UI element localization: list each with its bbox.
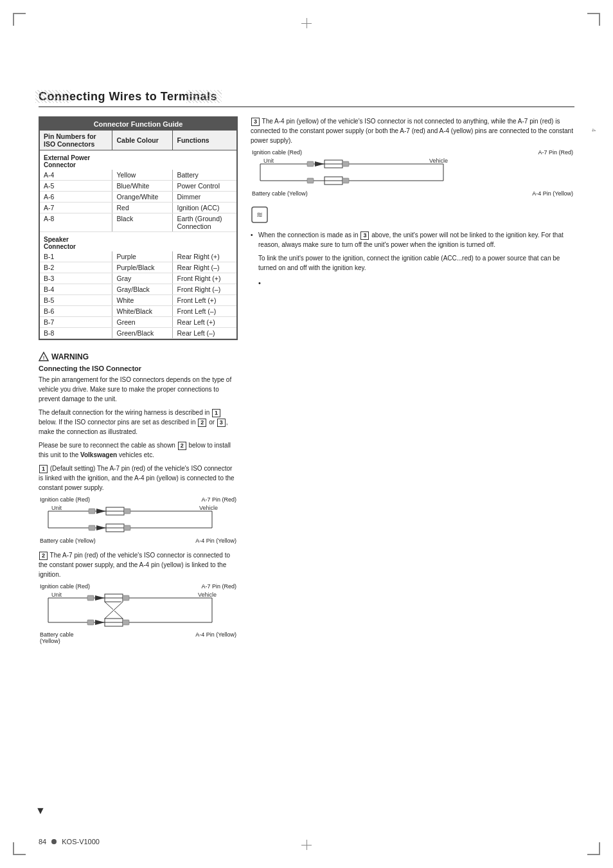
table-row: B-6White/BlackFront Left (–) (40, 306, 236, 317)
svg-rect-19 (87, 595, 94, 601)
section-heading: Connecting Wires to Terminals (39, 90, 574, 107)
bullet-dot: • (251, 279, 574, 287)
svg-rect-29 (87, 620, 94, 625)
bottom-arrow: ▼ (35, 805, 46, 817)
warning-para-2: The default connection for the wiring ha… (39, 408, 238, 437)
crosshair-top (301, 18, 312, 28)
diagram3-item: 3 The A-4 pin (yellow) of the vehicle's … (251, 116, 574, 197)
table-row: B-7GreenRear Left (+) (40, 317, 236, 328)
crosshair-bottom (301, 840, 312, 850)
svg-rect-6 (124, 509, 130, 514)
connector-table: Pin Numbers forISO Connectors Cable Colo… (40, 131, 236, 339)
diagram1-top-labels: Ignition cable (Red) A-7 Pin (Red) (39, 496, 238, 503)
connector-table-wrapper: Connector Function Guide Pin Numbers for… (39, 116, 238, 340)
note-text-2: To link the unit's power to the ignition… (251, 253, 574, 273)
diagram1-text: 1 (Default setting) The A-7 pin (red) of… (39, 464, 238, 493)
svg-text:!: ! (43, 355, 45, 361)
diagram3-bottom-labels: Battery cable (Yellow) A-4 Pin (Yellow) (251, 190, 574, 197)
product-name: KOS-V1000 (62, 838, 100, 845)
table-row: B-4Gray/BlackFront Right (–) (40, 284, 236, 295)
diagram2-bottom-labels: Battery cable(Yellow) A-4 Pin (Yellow) (39, 631, 238, 644)
diagram1-bottom-labels: Battery cable (Yellow) A-4 Pin (Yellow) (39, 538, 238, 544)
warning-title: ! WARNING (39, 352, 238, 362)
table-row: A-4YellowBattery (40, 170, 236, 181)
corner-mark-tr (587, 13, 600, 26)
content-area: Connector Function Guide Pin Numbers for… (39, 116, 574, 651)
diagram2-container: Ignition cable (Red) A-7 Pin (Red) Unit … (39, 583, 238, 644)
svg-rect-13 (124, 525, 130, 530)
page: 4 Connecting Wires to Terminals Connecto… (0, 0, 613, 868)
diagram2-item: 2 The A-7 pin (red) of the vehicle's ISO… (39, 550, 238, 644)
svg-text:Vehicle: Vehicle (429, 158, 448, 164)
footer-dot (51, 839, 57, 844)
svg-rect-20 (123, 595, 129, 601)
note-bullet-1: When the connection is made as in 3 abov… (251, 230, 574, 249)
table-row: B-2Purple/BlackRear Right (–) (40, 262, 236, 273)
diagram1-svg: Unit Vehicle (39, 503, 222, 536)
svg-rect-37 (342, 161, 349, 167)
table-row: B-1PurpleRear Right (+) (40, 251, 236, 262)
diagram3-svg: Unit Vehicle (251, 156, 456, 188)
hatch-decoration-right (186, 90, 222, 103)
svg-text:Unit: Unit (263, 158, 274, 164)
svg-text:Unit: Unit (51, 592, 62, 598)
page-side-indicator: 4 (591, 129, 597, 132)
svg-marker-27 (95, 620, 105, 625)
warning-label: WARNING (51, 352, 89, 361)
svg-text:Unit: Unit (51, 505, 62, 511)
svg-rect-43 (342, 178, 349, 183)
svg-text:Vehicle: Vehicle (198, 592, 217, 598)
svg-text:Vehicle: Vehicle (199, 505, 218, 511)
corner-mark-bl (13, 842, 26, 855)
left-column: Connector Function Guide Pin Numbers for… (39, 116, 238, 651)
svg-marker-10 (96, 525, 106, 530)
table-row: B-3GrayFront Right (+) (40, 273, 236, 284)
diagram3-container: Ignition cable (Red) A-7 Pin (Red) Unit … (251, 149, 574, 197)
warning-para-3: Please be sure to reconnect the cable as… (39, 440, 238, 460)
note-bullet-list: When the connection is made as in 3 abov… (251, 230, 574, 249)
hatch-decoration-left (35, 90, 71, 103)
svg-rect-36 (307, 161, 314, 167)
col-header-pin: Pin Numbers forISO Connectors (40, 131, 112, 150)
speaker-icon: ≋ (251, 206, 269, 224)
table-row: A-7RedIgnition (ACC) (40, 203, 236, 213)
right-column: 3 The A-4 pin (yellow) of the vehicle's … (251, 116, 574, 651)
warning-section: ! WARNING Connecting the ISO Connector T… (39, 352, 238, 460)
connector-table-header: Connector Function Guide (40, 118, 236, 131)
diagram2-top-labels: Ignition cable (Red) A-7 Pin (Red) (39, 583, 238, 590)
warning-para-1: The pin arrangement for the ISO connecto… (39, 375, 238, 404)
page-number: 84 (39, 838, 46, 845)
svg-rect-42 (307, 178, 314, 183)
table-row: A-8BlackEarth (Ground)Connection (40, 213, 236, 232)
diagram3-top-labels: Ignition cable (Red) A-7 Pin (Red) (251, 149, 574, 156)
table-row: B-5WhiteFront Left (+) (40, 295, 236, 306)
col-header-colour: Cable Colour (112, 131, 173, 150)
table-row: A-6Orange/WhiteDimmer (40, 192, 236, 203)
corner-mark-br (587, 842, 600, 855)
page-footer: 84 KOS-V1000 (39, 838, 100, 845)
table-row: B-8Green/BlackRear Left (–) (40, 328, 236, 339)
svg-marker-34 (315, 161, 324, 167)
diagram2-svg: Unit Vehicle (39, 590, 222, 630)
corner-mark-tl (13, 13, 26, 26)
svg-rect-30 (123, 620, 129, 625)
table-section-speaker: SpeakerConnector (40, 232, 236, 252)
speaker-icon-area: ≋ (251, 206, 574, 225)
svg-marker-17 (95, 595, 105, 601)
svg-rect-12 (89, 525, 95, 530)
svg-text:≋: ≋ (256, 210, 263, 219)
table-row: A-5Blue/WhitePower Control (40, 181, 236, 192)
svg-rect-5 (89, 509, 95, 514)
svg-marker-3 (96, 509, 106, 514)
col-header-function: Functions (173, 131, 236, 150)
table-section-power: External PowerConnector (40, 150, 236, 170)
warning-triangle-icon: ! (39, 352, 49, 362)
warning-subtitle: Connecting the ISO Connector (39, 365, 238, 372)
diagram2-text: 2 The A-7 pin (red) of the vehicle's ISO… (39, 550, 238, 579)
diagram3-text: 3 The A-4 pin (yellow) of the vehicle's … (251, 116, 574, 145)
diagram1-container: Ignition cable (Red) A-7 Pin (Red) (39, 496, 238, 544)
diagram1-item: 1 (Default setting) The A-7 pin (red) of… (39, 464, 238, 544)
